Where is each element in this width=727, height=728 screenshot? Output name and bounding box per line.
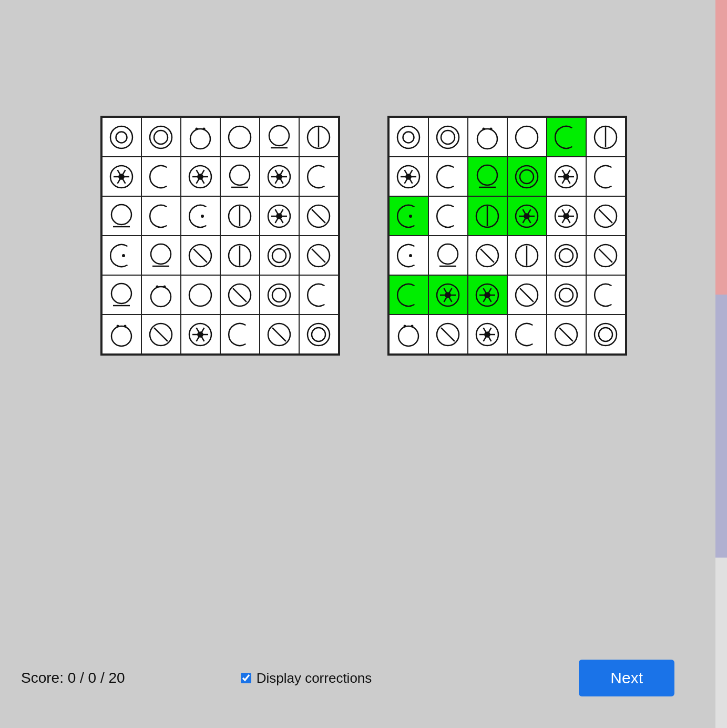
svg-point-5 xyxy=(196,127,198,130)
svg-point-55 xyxy=(156,285,159,288)
left-grid-cell xyxy=(299,157,339,196)
svg-line-45 xyxy=(193,249,207,262)
right-grid-cell xyxy=(389,315,428,354)
svg-point-91 xyxy=(477,165,497,185)
svg-point-141 xyxy=(404,325,406,327)
svg-line-125 xyxy=(599,249,612,262)
svg-point-49 xyxy=(272,248,286,262)
svg-line-51 xyxy=(312,249,325,262)
right-grid-cell xyxy=(586,275,626,315)
svg-line-40 xyxy=(312,209,325,223)
svg-point-76 xyxy=(397,126,419,148)
svg-point-4 xyxy=(190,129,210,149)
svg-point-135 xyxy=(485,292,489,297)
left-grid-cell xyxy=(141,275,181,315)
svg-line-137 xyxy=(520,288,534,302)
svg-point-61 xyxy=(272,288,286,301)
svg-point-122 xyxy=(555,245,577,267)
svg-point-75 xyxy=(312,327,325,341)
left-grid-cell xyxy=(102,275,141,315)
svg-point-94 xyxy=(520,169,534,183)
svg-point-116 xyxy=(438,244,458,264)
right-grid-cell xyxy=(468,236,507,275)
right-grid-cell xyxy=(428,315,468,354)
svg-point-41 xyxy=(122,254,125,257)
svg-point-83 xyxy=(516,126,538,148)
left-grid-cell xyxy=(102,157,141,196)
svg-point-31 xyxy=(201,215,204,218)
left-grid-cell xyxy=(260,315,299,354)
svg-line-114 xyxy=(599,209,612,223)
svg-point-130 xyxy=(445,292,450,297)
right-grid-cell xyxy=(428,236,468,275)
left-grid-cell xyxy=(260,157,299,196)
main-container xyxy=(0,0,727,728)
right-grid-cell xyxy=(468,275,507,315)
left-grid-cell xyxy=(141,236,181,275)
right-grid-cell xyxy=(586,315,626,354)
right-grid-cell xyxy=(389,117,428,157)
svg-point-21 xyxy=(198,174,202,179)
svg-point-6 xyxy=(203,127,206,130)
svg-point-52 xyxy=(111,284,131,304)
right-grid-cell xyxy=(507,315,547,354)
svg-point-62 xyxy=(111,326,131,346)
svg-point-54 xyxy=(151,287,171,307)
next-button[interactable]: Next xyxy=(579,660,674,696)
svg-point-138 xyxy=(555,284,577,306)
scrollbar-track xyxy=(715,0,727,728)
left-grid-cell xyxy=(260,117,299,157)
left-grid-cell xyxy=(260,236,299,275)
scrollbar-thumb-top[interactable] xyxy=(715,0,727,295)
display-corrections-checkbox[interactable] xyxy=(241,673,251,683)
svg-point-7 xyxy=(229,126,251,148)
left-grid-cell xyxy=(102,236,141,275)
right-grid-cell xyxy=(389,157,428,196)
left-grid-cell xyxy=(299,236,339,275)
left-grid-cell xyxy=(181,315,220,354)
svg-point-74 xyxy=(308,323,330,346)
svg-line-151 xyxy=(559,328,573,341)
left-grid-cell xyxy=(141,157,181,196)
svg-point-149 xyxy=(485,332,489,337)
left-grid-cell xyxy=(181,157,220,196)
svg-point-99 xyxy=(564,174,568,179)
svg-point-64 xyxy=(124,325,127,327)
right-grid-cell xyxy=(547,157,586,196)
right-grid-cell xyxy=(586,157,626,196)
svg-point-79 xyxy=(441,130,455,144)
left-grid-cell xyxy=(141,117,181,157)
left-grid-cell xyxy=(102,315,141,354)
scrollbar-thumb-bottom[interactable] xyxy=(715,295,727,558)
left-grid-cell xyxy=(299,117,339,157)
bottom-bar: Score: 0 / 0 / 20 Display corrections Ne… xyxy=(0,660,695,696)
right-grid-cell xyxy=(507,196,547,236)
svg-point-28 xyxy=(277,174,281,179)
svg-point-107 xyxy=(524,214,529,218)
right-grid-cell xyxy=(547,315,586,354)
left-grid-cell xyxy=(220,117,260,157)
svg-line-66 xyxy=(154,328,168,341)
right-grid-cell xyxy=(389,196,428,236)
right-grid-cell xyxy=(468,157,507,196)
svg-point-3 xyxy=(154,130,168,144)
right-grid-cell xyxy=(428,196,468,236)
svg-point-80 xyxy=(477,129,497,149)
svg-point-90 xyxy=(406,174,411,179)
svg-point-81 xyxy=(483,127,485,130)
svg-point-123 xyxy=(559,248,573,262)
svg-point-42 xyxy=(151,244,171,264)
right-grid-cell xyxy=(428,117,468,157)
right-grid-cell xyxy=(586,117,626,157)
svg-point-2 xyxy=(150,126,172,148)
right-grid-cell xyxy=(586,236,626,275)
score-label: Score: 0 / 0 / 20 xyxy=(21,670,125,686)
svg-point-56 xyxy=(163,285,166,288)
left-grid-wrapper xyxy=(100,116,340,356)
left-grid-cell xyxy=(141,315,181,354)
svg-point-152 xyxy=(595,323,617,346)
left-grid-cell xyxy=(220,236,260,275)
svg-point-38 xyxy=(277,214,281,218)
display-corrections-group: Display corrections xyxy=(241,670,372,686)
grids-row xyxy=(100,116,627,356)
